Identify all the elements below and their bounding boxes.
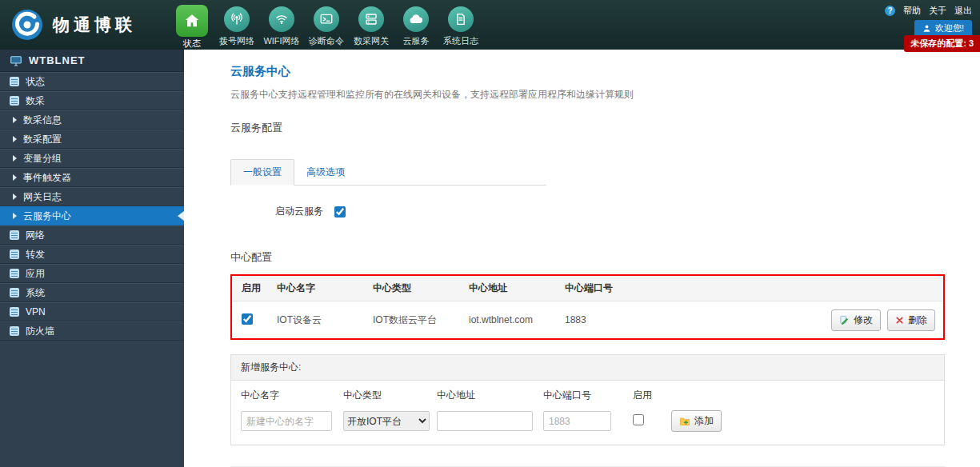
arrow-right-icon (13, 117, 17, 123)
help-icon[interactable] (885, 6, 895, 16)
sidebar-item-label: 状态 (26, 75, 45, 89)
settings-tabbar: 一般设置 高级选项 (230, 159, 546, 186)
log-file-icon (448, 6, 474, 32)
monitor-icon (10, 54, 22, 67)
row-center-address: iot.wtblnet.com (469, 314, 565, 325)
column-header-address: 中心地址 (469, 281, 565, 295)
sidebar-item-vpn[interactable]: VPN (0, 302, 184, 321)
column-header-type: 中心类型 (373, 281, 469, 295)
sidebar-item-network[interactable]: 网络 (0, 226, 184, 245)
brand-logo-icon (11, 9, 43, 41)
menu-icon (10, 326, 19, 336)
sidebar-item-forwarding[interactable]: 转发 (0, 245, 184, 264)
column-header-enable: 启用 (232, 281, 277, 295)
row-enable-checkbox[interactable] (242, 313, 253, 325)
sidebar-item-system[interactable]: 系统 (0, 283, 184, 302)
add-form-inputs: 开放IOT平台 添加 (231, 405, 944, 445)
new-center-type-select[interactable]: 开放IOT平台 (343, 411, 430, 431)
row-center-name: IOT设备云 (277, 313, 373, 327)
center-config-table: 启用 中心名字 中心类型 中心地址 中心端口号 IOT设备云 IOT数据云平台 … (230, 274, 945, 340)
menu-icon (10, 288, 19, 297)
nav-item-status[interactable]: 状态 (170, 3, 214, 50)
delete-x-icon (895, 316, 904, 325)
nav-item-cloud-service[interactable]: 云服务 (394, 3, 438, 50)
add-form-labels: 中心名字 中心类型 中心地址 中心端口号 启用 (231, 381, 944, 405)
new-center-port-input[interactable] (543, 411, 611, 431)
sidebar-item-cloud-service-center[interactable]: 云服务中心 (0, 206, 184, 226)
delete-button-label: 删除 (908, 313, 927, 327)
edit-button[interactable]: 修改 (831, 309, 881, 331)
sidebar-item-event-trigger[interactable]: 事件触发器 (0, 168, 184, 187)
center-config-heading: 中心配置 (230, 250, 945, 265)
user-icon (922, 24, 931, 33)
new-center-enable-checkbox[interactable] (633, 414, 644, 425)
cloud-config-heading: 云服务配置 (230, 121, 945, 135)
sidebar-item-firewall[interactable]: 防火墙 (0, 321, 184, 341)
nav-item-dial-network[interactable]: 拨号网络 (214, 3, 259, 50)
sidebar-item-variable-group[interactable]: 变量分组 (0, 149, 184, 168)
add-label-enable: 启用 (633, 389, 671, 402)
enable-cloud-checkbox[interactable] (334, 206, 346, 218)
sidebar-item-label: 网络 (26, 229, 45, 242)
arrow-right-icon (13, 174, 17, 181)
home-icon (176, 5, 208, 37)
row-actions: 修改 删除 (807, 309, 943, 331)
sidebar-item-label: 网关日志 (23, 190, 62, 204)
sidebar-item-application[interactable]: 应用 (0, 264, 184, 283)
sidebar-item-label: 防火墙 (26, 325, 54, 338)
top-links: 帮助 关于 退出 (885, 5, 972, 17)
sidebar-item-label: 变量分组 (23, 152, 62, 166)
nav-label: WIFI网络 (263, 35, 299, 47)
nav-item-diagnostic-command[interactable]: 诊断命令 (304, 3, 349, 50)
sidebar-item-gateway-log[interactable]: 网关日志 (0, 187, 184, 206)
nav-item-wifi-network[interactable]: WIFI网络 (259, 3, 304, 50)
edit-pencil-icon (839, 315, 850, 325)
logout-link[interactable]: 退出 (954, 5, 972, 17)
nav-label: 数采网关 (354, 35, 389, 47)
add-button[interactable]: 添加 (671, 410, 722, 432)
new-center-name-input[interactable] (241, 411, 332, 431)
column-header-name: 中心名字 (277, 281, 373, 295)
column-header-port: 中心端口号 (565, 281, 943, 295)
nav-item-data-gateway[interactable]: 数采网关 (349, 3, 394, 50)
sidebar-item-data-info[interactable]: 数采信息 (0, 110, 184, 130)
sidebar-item-data-collection[interactable]: 数采 (0, 91, 184, 110)
nav-label: 云服务 (403, 35, 430, 47)
enable-cloud-row: 启动云服务 (275, 205, 945, 218)
add-label-port: 中心端口号 (543, 389, 633, 402)
table-header-row: 启用 中心名字 中心类型 中心地址 中心端口号 (232, 276, 943, 301)
help-link[interactable]: 帮助 (903, 5, 921, 17)
sidebar-item-data-config[interactable]: 数采配置 (0, 130, 184, 149)
welcome-label: 欢迎您! (935, 22, 964, 34)
page-title: 云服务中心 (230, 64, 945, 79)
sidebar-item-label: VPN (26, 306, 46, 317)
cloud-icon (403, 6, 429, 32)
menu-icon (10, 269, 19, 278)
sidebar: WTBLNET 状态 数采 数采信息 数采配置 变量分组 事件触发器 网关日志 … (0, 50, 184, 467)
about-link[interactable]: 关于 (929, 5, 946, 17)
top-nav: 状态 拨号网络 WIFI网络 诊断命令 数采网关 (170, 0, 483, 50)
menu-icon (10, 307, 19, 317)
menu-icon (10, 77, 19, 86)
sidebar-item-label: 数采 (26, 94, 45, 108)
add-button-label: 添加 (694, 414, 714, 428)
add-center-title: 新增服务中心: (231, 355, 944, 381)
menu-icon (10, 249, 19, 259)
sidebar-item-label: 事件触发器 (23, 171, 71, 185)
wifi-icon (269, 6, 294, 32)
nav-label: 拨号网络 (219, 35, 254, 47)
tab-general-settings[interactable]: 一般设置 (230, 159, 294, 186)
sidebar-item-label: 应用 (26, 267, 45, 281)
arrow-right-icon (13, 136, 17, 142)
nav-item-system-log[interactable]: 系统日志 (438, 3, 483, 50)
new-center-address-input[interactable] (437, 411, 533, 431)
sidebar-item-label: 云服务中心 (23, 210, 71, 223)
sidebar-item-label: 数采配置 (23, 133, 62, 146)
welcome-badge[interactable]: 欢迎您! (914, 20, 972, 37)
delete-button[interactable]: 删除 (887, 309, 935, 331)
sidebar-item-status[interactable]: 状态 (0, 72, 184, 91)
arrow-right-icon (13, 194, 17, 200)
tab-advanced-options[interactable]: 高级选项 (294, 160, 357, 185)
nav-label: 状态 (183, 38, 201, 50)
unsaved-config-badge: 未保存的配置: 3 (904, 35, 980, 52)
